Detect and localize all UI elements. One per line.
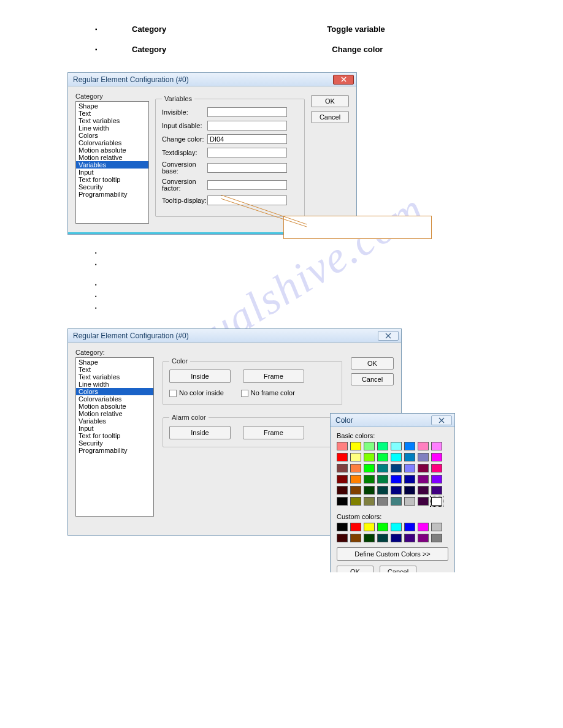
color-swatch[interactable]: [431, 523, 442, 531]
color-swatch[interactable]: [350, 475, 361, 483]
color-swatch[interactable]: [350, 497, 361, 506]
list-item[interactable]: Motion relative: [76, 154, 148, 161]
color-swatch[interactable]: [418, 497, 429, 506]
color-swatch[interactable]: [350, 442, 361, 450]
define-custom-colors-button[interactable]: Define Custom Colors >>: [337, 547, 448, 561]
cancel-button[interactable]: Cancel: [311, 111, 349, 123]
color-swatch[interactable]: [418, 442, 429, 450]
list-item[interactable]: Variables: [76, 417, 153, 425]
ok-button[interactable]: OK: [351, 357, 394, 370]
color-frame-button[interactable]: Frame: [243, 370, 304, 383]
list-item[interactable]: Line width: [76, 381, 153, 388]
list-item[interactable]: Text for tooltip: [76, 432, 153, 439]
color-swatch[interactable]: [404, 453, 415, 461]
color-swatch[interactable]: [431, 486, 442, 495]
color-swatch[interactable]: [404, 464, 415, 472]
color-swatch[interactable]: [418, 523, 429, 531]
list-item[interactable]: Programmability: [76, 447, 153, 454]
list-item[interactable]: Programmability: [76, 191, 148, 198]
close-button[interactable]: [431, 415, 452, 425]
close-button[interactable]: [333, 75, 354, 85]
tooltip-input[interactable]: [207, 195, 287, 205]
color-swatch[interactable]: [337, 497, 348, 506]
list-item[interactable]: Colorvariables: [76, 139, 148, 146]
conv-factor-input[interactable]: [207, 180, 287, 190]
list-item[interactable]: Text: [76, 366, 153, 373]
color-swatch[interactable]: [350, 534, 361, 542]
color-swatch[interactable]: [418, 453, 429, 461]
color-inside-button[interactable]: Inside: [169, 370, 231, 383]
alarm-inside-button[interactable]: Inside: [169, 426, 231, 439]
color-swatch[interactable]: [391, 486, 402, 495]
color-swatch[interactable]: [337, 486, 348, 495]
list-item[interactable]: Security: [76, 439, 153, 447]
list-item[interactable]: Colors: [76, 388, 153, 395]
color-swatch[interactable]: [391, 534, 402, 542]
color-swatch[interactable]: [350, 523, 361, 531]
list-item[interactable]: Shape: [76, 358, 153, 366]
color-swatch[interactable]: [377, 453, 388, 461]
color-swatch[interactable]: [418, 534, 429, 542]
color-swatch[interactable]: [431, 497, 442, 506]
custom-colors-grid[interactable]: [337, 523, 448, 547]
color-swatch[interactable]: [364, 453, 375, 461]
color-swatch[interactable]: [431, 475, 442, 483]
color-swatch[interactable]: [337, 442, 348, 450]
category-listbox[interactable]: ShapeTextText variablesLine widthColorsC…: [75, 357, 154, 517]
alarm-frame-button[interactable]: Frame: [243, 426, 304, 439]
color-swatch[interactable]: [337, 453, 348, 461]
ok-button[interactable]: OK: [311, 95, 349, 107]
color-swatch[interactable]: [364, 464, 375, 472]
color-swatch[interactable]: [364, 486, 375, 495]
color-swatch[interactable]: [377, 442, 388, 450]
list-item[interactable]: Text for tooltip: [76, 176, 148, 183]
list-item[interactable]: Text variables: [76, 117, 148, 124]
list-item[interactable]: Colors: [76, 132, 148, 139]
color-swatch[interactable]: [418, 464, 429, 472]
cancel-button[interactable]: Cancel: [351, 373, 394, 385]
color-swatch[interactable]: [404, 523, 415, 531]
color-swatch[interactable]: [377, 486, 388, 495]
color-swatch[interactable]: [431, 453, 442, 461]
color-swatch[interactable]: [391, 453, 402, 461]
list-item[interactable]: Motion relative: [76, 410, 153, 417]
input-disable-input[interactable]: [207, 121, 287, 131]
list-item[interactable]: Motion absolute: [76, 146, 148, 154]
list-item[interactable]: Input: [76, 425, 153, 432]
color-swatch[interactable]: [391, 497, 402, 506]
color-swatch[interactable]: [404, 534, 415, 542]
color-swatch[interactable]: [364, 523, 375, 531]
ok-button[interactable]: OK: [337, 566, 373, 572]
color-swatch[interactable]: [337, 534, 348, 542]
color-swatch[interactable]: [337, 523, 348, 531]
conv-base-input[interactable]: [207, 163, 287, 173]
color-swatch[interactable]: [377, 534, 388, 542]
color-swatch[interactable]: [391, 523, 402, 531]
color-swatch[interactable]: [391, 475, 402, 483]
color-swatch[interactable]: [404, 475, 415, 483]
color-swatch[interactable]: [404, 442, 415, 450]
change-color-input[interactable]: DI04: [207, 134, 287, 144]
color-swatch[interactable]: [431, 464, 442, 472]
color-swatch[interactable]: [404, 486, 415, 495]
invisible-input[interactable]: [207, 107, 287, 117]
category-listbox[interactable]: ShapeTextText variablesLine widthColorsC…: [75, 101, 149, 224]
color-swatch[interactable]: [377, 523, 388, 531]
list-item[interactable]: Motion absolute: [76, 403, 153, 410]
color-swatch[interactable]: [337, 464, 348, 472]
list-item[interactable]: Variables: [76, 161, 148, 169]
textdisplay-input[interactable]: [207, 148, 287, 157]
color-swatch[interactable]: [350, 464, 361, 472]
color-swatch[interactable]: [350, 453, 361, 461]
color-swatch[interactable]: [377, 464, 388, 472]
color-swatch[interactable]: [364, 442, 375, 450]
color-swatch[interactable]: [418, 486, 429, 495]
cancel-button[interactable]: Cancel: [380, 566, 416, 572]
close-button[interactable]: [378, 331, 399, 341]
list-item[interactable]: Shape: [76, 102, 148, 110]
color-swatch[interactable]: [391, 442, 402, 450]
color-swatch[interactable]: [364, 497, 375, 506]
color-swatch[interactable]: [391, 464, 402, 472]
color-swatch[interactable]: [418, 475, 429, 483]
color-swatch[interactable]: [431, 442, 442, 450]
